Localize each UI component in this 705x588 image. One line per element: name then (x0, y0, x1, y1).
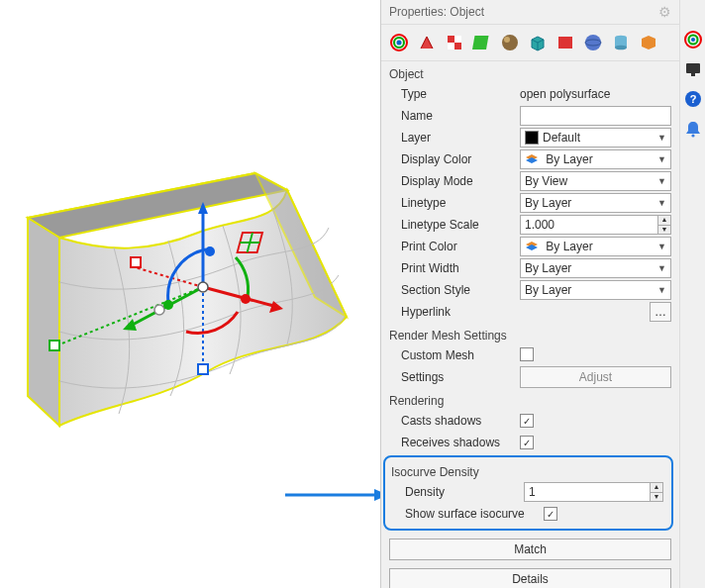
svg-rect-28 (472, 36, 488, 49)
gear-icon[interactable]: ⚙ (658, 4, 671, 20)
label-printcolor: Print Color (401, 240, 520, 253)
row-type: Type open polysurface (381, 83, 679, 105)
svg-point-15 (198, 282, 208, 292)
row-receives: Receives shadows ✓ (381, 432, 679, 453)
checkbox-receives[interactable]: ✓ (520, 436, 534, 449)
row-settings: Settings Adjust (381, 366, 679, 388)
tab-texture-icon[interactable] (443, 31, 466, 54)
label-layer: Layer (401, 131, 520, 145)
svg-rect-10 (50, 341, 59, 350)
chevron-down-icon: ▼ (657, 154, 666, 164)
bylayer-icon (525, 152, 539, 166)
properties-panel: Properties: Object ⚙ (380, 0, 705, 588)
select-displaycolor[interactable]: By Layer ▼ (520, 149, 671, 169)
tab-emap-icon[interactable] (498, 31, 522, 54)
svg-rect-26 (448, 36, 454, 43)
select-sectionstyle[interactable]: By Layer▼ (520, 280, 671, 300)
spinner-density[interactable]: 1 ▲▼ (524, 482, 663, 502)
label-sectionstyle: Section Style (401, 283, 520, 297)
tab-material-icon[interactable] (415, 31, 439, 54)
chevron-down-icon: ▼ (657, 133, 666, 143)
row-linetypescale: Linetype Scale 1.000 ▲▼ (381, 214, 679, 236)
side-tab-display-icon[interactable] (683, 59, 703, 79)
details-button[interactable]: Details (389, 568, 671, 588)
side-tab-strip: ? (679, 0, 705, 588)
tab-sphere-icon[interactable] (581, 31, 605, 54)
select-printwidth[interactable]: By Layer▼ (520, 258, 671, 278)
value-type: open polysurface (520, 87, 679, 101)
svg-point-44 (691, 134, 694, 137)
row-printcolor: Print Color By Layer ▼ (381, 236, 679, 257)
select-printcolor[interactable]: By Layer ▼ (520, 237, 671, 256)
panel-title-bar: Properties: Object ⚙ (381, 0, 679, 25)
tab-decal-icon[interactable] (470, 31, 494, 54)
svg-point-39 (691, 38, 695, 42)
label-showiso: Show surface isocurve (405, 507, 544, 521)
svg-point-30 (504, 37, 510, 43)
svg-point-16 (154, 305, 164, 315)
tab-box-icon[interactable] (526, 31, 550, 54)
tab-red-icon[interactable] (554, 31, 577, 54)
spin-up-icon[interactable]: ▲ (658, 216, 670, 226)
input-name[interactable] (520, 106, 671, 126)
svg-point-32 (585, 35, 601, 50)
checkbox-showiso[interactable]: ✓ (544, 507, 557, 521)
chevron-down-icon: ▼ (657, 242, 666, 251)
section-rendermesh: Render Mesh Settings (381, 323, 679, 344)
label-custommesh: Custom Mesh (401, 348, 520, 362)
row-printwidth: Print Width By Layer▼ (381, 257, 679, 279)
section-rendering: Rendering (381, 388, 679, 410)
svg-point-18 (241, 294, 251, 304)
svg-point-36 (615, 46, 627, 50)
label-density: Density (405, 485, 524, 499)
label-displaymode: Display Mode (401, 174, 520, 188)
side-tab-help-icon[interactable]: ? (683, 89, 703, 109)
row-linetype: Linetype By Layer▼ (381, 192, 679, 214)
row-custommesh: Custom Mesh (381, 344, 679, 366)
label-settings: Settings (401, 370, 520, 384)
isocurve-density-group: Isocurve Density Density 1 ▲▼ Show surfa… (383, 455, 673, 531)
select-displaymode[interactable]: By View▼ (520, 171, 671, 191)
spin-down-icon[interactable]: ▼ (658, 226, 670, 235)
chevron-down-icon: ▼ (657, 263, 666, 273)
svg-rect-27 (454, 43, 461, 49)
label-name: Name (401, 109, 520, 123)
section-isocurve: Isocurve Density (385, 459, 671, 481)
checkbox-custommesh[interactable] (520, 347, 534, 361)
tab-cylinder-icon[interactable] (609, 31, 633, 54)
section-object: Object (381, 61, 679, 83)
svg-rect-11 (198, 364, 208, 374)
match-button[interactable]: Match (389, 539, 671, 560)
side-tab-object-icon[interactable] (683, 30, 703, 49)
select-layer[interactable]: Default ▼ (520, 128, 671, 147)
tab-object-icon[interactable] (387, 31, 411, 54)
svg-point-29 (502, 35, 518, 50)
label-linetypescale: Linetype Scale (401, 218, 520, 232)
chevron-down-icon: ▼ (657, 198, 666, 208)
spin-down-icon[interactable]: ▼ (651, 493, 662, 502)
tab-orange-icon[interactable] (637, 31, 660, 54)
row-name: Name (381, 105, 679, 127)
properties-tab-row (381, 25, 679, 61)
label-printwidth: Print Width (401, 261, 520, 275)
chevron-down-icon: ▼ (657, 285, 666, 295)
row-hyperlink: Hyperlink … (381, 301, 679, 323)
spinner-linetypescale[interactable]: 1.000 ▲▼ (520, 215, 671, 235)
chevron-down-icon: ▼ (657, 176, 666, 186)
row-showiso: Show surface isocurve ✓ (385, 503, 671, 525)
label-receives: Receives shadows (401, 436, 520, 449)
svg-point-24 (397, 41, 402, 46)
checkbox-casts[interactable]: ✓ (520, 414, 534, 428)
spin-up-icon[interactable]: ▲ (651, 483, 662, 493)
select-linetype[interactable]: By Layer▼ (520, 193, 671, 213)
svg-rect-31 (558, 37, 572, 49)
viewport-3d[interactable] (0, 0, 380, 588)
side-tab-notify-icon[interactable] (683, 119, 703, 139)
row-casts: Casts shadows ✓ (381, 410, 679, 432)
svg-point-17 (205, 246, 215, 256)
layer-swatch-icon (525, 131, 539, 145)
label-linetype: Linetype (401, 196, 520, 210)
adjust-button[interactable]: Adjust (520, 366, 671, 388)
hyperlink-browse-button[interactable]: … (650, 302, 671, 322)
label-displaycolor: Display Color (401, 152, 520, 166)
